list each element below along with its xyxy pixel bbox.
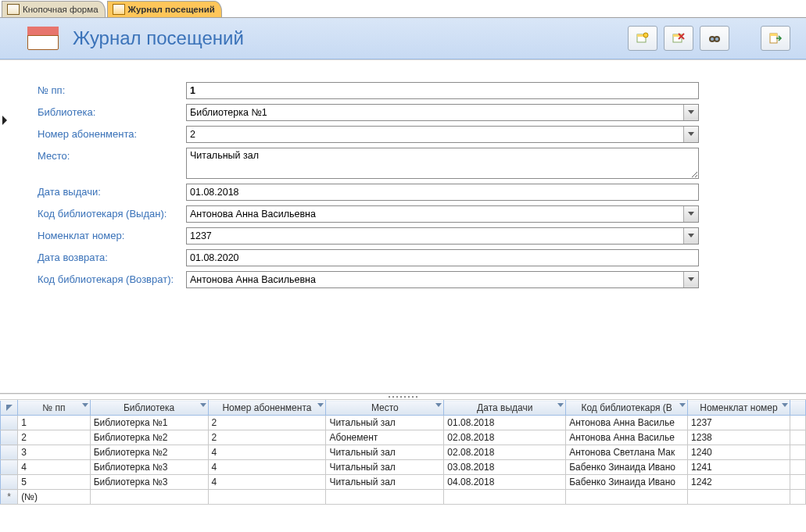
cell[interactable]: Читальный зал [326,445,444,460]
input-return-date[interactable] [186,249,699,266]
cell[interactable]: 02.08.2018 [444,430,566,445]
cell[interactable]: 04.08.2018 [444,475,566,490]
cell[interactable]: Читальный зал [326,460,444,475]
column-header[interactable]: Номер абоненмента [208,401,326,416]
row-selector[interactable] [1,445,18,460]
cell[interactable] [90,490,208,505]
label-subscription: Номер абоненмента: [38,126,186,140]
combo-librarian-out[interactable] [187,206,683,222]
cell[interactable]: Библиотерка №1 [90,416,208,430]
cell[interactable]: 2 [208,416,326,430]
cell[interactable]: Антонова Анна Василье [566,430,688,445]
tab-zhurnal-poseshcheniy[interactable]: Журнал посещений [107,1,222,17]
splitter-handle[interactable] [0,394,806,400]
form-header: Журнал посещений [0,18,806,59]
delete-record-button[interactable] [664,26,693,51]
table-row[interactable]: 3Библиотерка №24Читальный зал02.08.2018А… [1,445,806,460]
chevron-down-icon [435,403,442,408]
row-selector[interactable] [1,475,18,490]
new-record-row[interactable]: *(№) [1,490,806,505]
cell[interactable]: Библиотерка №3 [90,460,208,475]
cell[interactable]: 2 [18,430,91,445]
combo-library[interactable] [187,105,683,120]
cell[interactable] [444,490,566,505]
delete-record-icon [672,32,686,45]
cell[interactable] [566,490,688,505]
new-record-button[interactable] [628,26,657,51]
row-selector[interactable] [1,460,18,475]
grid-select-all[interactable] [1,401,18,416]
cell[interactable] [688,490,790,505]
cell[interactable]: 1242 [688,475,790,490]
table-row[interactable]: 1Библиотерка №12Читальный зал01.08.2018А… [1,416,806,430]
chevron-down-icon [688,212,694,216]
label-issue-date: Дата выдачи: [38,184,186,198]
dropdown-button[interactable] [683,105,698,120]
column-header[interactable]: Номенклат номер [688,401,790,416]
cell[interactable]: 4 [208,475,326,490]
cell[interactable]: (№) [18,490,91,505]
cell[interactable]: 1238 [688,430,790,445]
cell[interactable]: Бабенко Зинаида Ивано [566,475,688,490]
form-body: № пп: Библиотека: Номер абоненмента: Мес… [0,59,806,394]
table-row[interactable]: 2Библиотерка №22Абонемент02.08.2018Антон… [1,430,806,445]
cell[interactable]: 1237 [688,416,790,430]
new-record-selector[interactable]: * [1,490,18,505]
cell[interactable]: Антонова Светлана Мак [566,445,688,460]
dropdown-button[interactable] [683,228,698,244]
column-header[interactable]: Место [326,401,444,416]
find-button[interactable] [700,26,729,51]
dropdown-button[interactable] [683,206,698,222]
cell[interactable]: 02.08.2018 [444,445,566,460]
input-num[interactable] [186,82,699,99]
label-nomenclature: Номенклат номер: [38,227,186,241]
cell[interactable]: 03.08.2018 [444,460,566,475]
dropdown-button[interactable] [683,272,698,287]
cell[interactable]: 3 [18,445,91,460]
cell[interactable]: 2 [208,430,326,445]
table-row[interactable]: 4Библиотерка №34Читальный зал03.08.2018Б… [1,460,806,475]
row-selector[interactable] [1,430,18,445]
close-form-button[interactable] [761,26,790,51]
cell[interactable] [208,490,326,505]
combo-subscription[interactable] [187,127,683,142]
dropdown-button[interactable] [683,127,698,142]
cell[interactable]: 5 [18,475,91,490]
cell[interactable]: 4 [18,460,91,475]
tab-label: Журнал посещений [128,5,215,14]
grid-header-row: № пп Библиотека Номер абоненмента Место … [1,401,806,416]
column-header-overflow[interactable] [790,401,805,416]
cell[interactable]: Читальный зал [326,475,444,490]
cell[interactable]: Абонемент [326,430,444,445]
input-place[interactable] [186,148,699,179]
cell[interactable]: 1241 [688,460,790,475]
cell[interactable]: 4 [208,445,326,460]
tab-knopochnaya-forma[interactable]: Кнопочная форма [2,1,106,17]
table-row[interactable]: 5Библиотерка №34Читальный зал04.08.2018Б… [1,475,806,490]
form-title: Журнал посещений [73,27,244,49]
cell[interactable]: 01.08.2018 [444,416,566,430]
chevron-down-icon [200,403,206,408]
cell[interactable]: Библиотерка №3 [90,475,208,490]
cell[interactable]: Библиотерка №2 [90,430,208,445]
cell[interactable]: 1 [18,416,91,430]
column-header[interactable]: Код библиотекаря (В [566,401,688,416]
combo-nomenclature[interactable] [187,228,683,244]
column-header[interactable]: Дата выдачи [444,401,566,416]
label-num: № пп: [38,82,186,96]
cell[interactable]: 4 [208,460,326,475]
record-selector[interactable] [1,115,12,129]
row-selector[interactable] [1,416,18,430]
column-header[interactable]: Библиотека [90,401,208,416]
cell[interactable]: Читальный зал [326,416,444,430]
cell[interactable]: 1240 [688,445,790,460]
input-issue-date[interactable] [186,184,699,201]
column-header[interactable]: № пп [18,401,91,416]
cell[interactable]: Антонова Анна Василье [566,416,688,430]
combo-librarian-in[interactable] [187,272,683,287]
cell[interactable] [326,490,444,505]
form-icon [7,4,20,15]
binoculars-icon [707,32,722,45]
cell[interactable]: Бабенко Зинаида Ивано [566,460,688,475]
cell[interactable]: Библиотерка №2 [90,445,208,460]
